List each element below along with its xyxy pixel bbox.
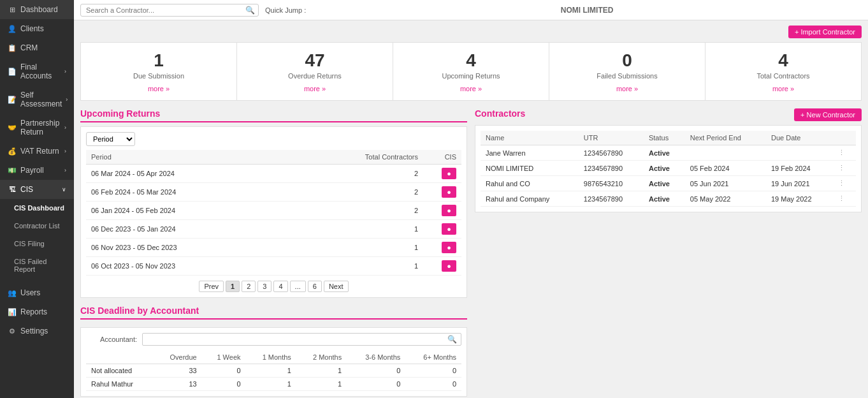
sidebar-item-label: CRM (20, 43, 38, 52)
sidebar-item-label: Partnership Return (20, 119, 61, 136)
cell-period: 06 Dec 2023 - 05 Jan 2024 (86, 220, 289, 239)
sidebar-item-self-assessment[interactable]: 📝 Self Assessment › (0, 85, 74, 114)
sidebar-item-clients[interactable]: 👤 Clients (0, 19, 74, 38)
col-next-period: Next Period End (685, 131, 766, 145)
cis-action-button[interactable]: ● (442, 205, 456, 216)
sidebar-item-label: Users (20, 288, 40, 297)
stat-due-submission: 1 Due Submission more » (81, 43, 237, 100)
sidebar-item-final-accounts[interactable]: 📄 Final Accounts › (0, 57, 74, 85)
page-6-button[interactable]: 6 (308, 281, 322, 292)
cell-month2: 1 (296, 364, 347, 378)
stat-more-link[interactable]: more » (711, 85, 856, 92)
col-6plus: 6+ Months (405, 351, 461, 364)
sidebar-item-reports[interactable]: 📊 Reports (0, 302, 74, 321)
cell-name: Rahul Mathur (86, 378, 154, 391)
cell-status: Active (644, 191, 685, 207)
col-2month: 2 Months (296, 351, 347, 364)
sidebar-item-crm[interactable]: 📋 CRM (0, 38, 74, 57)
contractors-header-row: Contractors + New Contractor (475, 108, 862, 121)
cell-cis: ● (423, 239, 461, 257)
cell-menu[interactable]: ⋮ (833, 145, 856, 161)
import-contractor-button[interactable]: + Import Contractor (788, 26, 862, 38)
settings-icon: ⚙ (8, 327, 17, 335)
period-select[interactable]: Period Tax Year (86, 132, 135, 146)
page-3-button[interactable]: 3 (257, 281, 271, 292)
reports-icon: 📊 (8, 308, 17, 316)
sidebar-item-cis-failed-report[interactable]: CIS Failed Report (0, 253, 74, 278)
cell-week1: 0 (202, 364, 246, 378)
cell-due-date (766, 145, 833, 161)
next-button[interactable]: Next (324, 281, 349, 292)
sidebar-item-dashboard[interactable]: ⊞ Dashboard (0, 0, 74, 19)
cis-action-button[interactable]: ● (442, 260, 456, 272)
page-2-button[interactable]: 2 (242, 281, 256, 292)
cell-overdue: 13 (154, 378, 201, 391)
cell-week1: 0 (202, 378, 246, 391)
stat-more-link[interactable]: more » (398, 85, 544, 92)
cis-deadline-section: Accountant: 🔍 Overdue 1 (80, 327, 467, 397)
col-36month: 3-6 Months (347, 351, 405, 364)
contractors-table: Name UTR Status Next Period End Due Date… (481, 131, 856, 207)
cis-action-button[interactable]: ● (442, 168, 456, 179)
main-content: 🔍 Quick Jump : NOMI LIMITED + Import Con… (74, 0, 868, 398)
sidebar-item-label: Reports (20, 307, 47, 316)
table-row: 06 Mar 2024 - 05 Apr 2024 2 ● (86, 165, 461, 183)
table-row: Rahul Mathur 13 0 1 1 0 0 (86, 378, 461, 391)
cis-action-button[interactable]: ● (442, 242, 456, 253)
cell-period: 06 Oct 2023 - 05 Nov 2023 (86, 257, 289, 276)
table-row: 06 Nov 2023 - 05 Dec 2023 1 ● (86, 239, 461, 257)
accountant-search-input[interactable] (147, 335, 447, 343)
cell-month36: 0 (347, 378, 405, 391)
col-period: Period (86, 150, 289, 165)
cell-next-period: 05 May 2022 (685, 191, 766, 207)
stat-label: Total Contractors (711, 72, 856, 80)
search-wrapper: 🔍 (80, 4, 259, 17)
cell-due-date: 19 Feb 2024 (766, 161, 833, 176)
search-button[interactable]: 🔍 (245, 6, 255, 15)
accountant-search-icon: 🔍 (447, 335, 457, 344)
cell-menu[interactable]: ⋮ (833, 191, 856, 207)
sidebar-item-contractor-list[interactable]: Contractor List (0, 217, 74, 235)
cell-month6plus: 0 (405, 378, 461, 391)
stat-more-link[interactable]: more » (86, 85, 231, 92)
sidebar-item-cis[interactable]: 🏗 CIS ∨ (0, 180, 74, 199)
cis-action-button[interactable]: ● (442, 223, 456, 235)
top-action-row: + Import Contractor (80, 26, 862, 38)
sidebar-item-users[interactable]: 👥 Users (0, 283, 74, 302)
page-1-button[interactable]: 1 (226, 281, 240, 292)
accountant-row: Accountant: 🔍 (86, 333, 461, 346)
cell-utr: 9876543210 (579, 176, 644, 191)
sidebar-item-cis-filing[interactable]: CIS Filing (0, 235, 74, 253)
chevron-right-icon: › (64, 68, 66, 75)
sidebar-item-payroll[interactable]: 💵 Payroll › (0, 161, 74, 180)
page-4-button[interactable]: 4 (273, 281, 287, 292)
cis-deadline-table: Overdue 1 Week 1 Months 2 Months 3-6 Mon… (86, 351, 461, 391)
table-row: Rahul and Company 1234567890 Active 05 M… (481, 191, 856, 207)
prev-button[interactable]: Prev (199, 281, 224, 292)
sidebar-item-label: CIS (20, 185, 33, 194)
upcoming-returns-title: Upcoming Returns (80, 108, 467, 122)
search-input[interactable] (80, 4, 259, 17)
sidebar-item-label: Settings (20, 327, 48, 335)
sidebar-item-cis-dashboard[interactable]: CIS Dashboard (0, 199, 74, 217)
sidebar-item-partnership-return[interactable]: 🤝 Partnership Return › (0, 114, 74, 142)
cell-total: 1 (289, 257, 423, 276)
sidebar-item-vat-return[interactable]: 💰 VAT Return › (0, 142, 74, 161)
final-accounts-icon: 📄 (8, 68, 17, 76)
stat-more-link[interactable]: more » (242, 85, 387, 92)
sidebar-item-settings[interactable]: ⚙ Settings (0, 321, 74, 341)
new-contractor-button[interactable]: + New Contractor (794, 108, 862, 121)
cell-name: Rahul and Company (481, 191, 579, 207)
cell-cis: ● (423, 202, 461, 220)
stat-more-link[interactable]: more » (554, 85, 700, 92)
cell-menu[interactable]: ⋮ (833, 176, 856, 191)
partnership-icon: 🤝 (8, 124, 17, 132)
cis-action-button[interactable]: ● (442, 186, 456, 198)
cell-name: Rahul and CO (481, 176, 579, 191)
vat-icon: 💰 (8, 147, 17, 156)
cell-menu[interactable]: ⋮ (833, 161, 856, 176)
table-row: Not allocated 33 0 1 1 0 0 (86, 364, 461, 378)
sub-item-label: CIS Failed Report (14, 258, 66, 273)
stat-number: 0 (554, 50, 700, 71)
sidebar-item-label: Clients (20, 24, 44, 33)
